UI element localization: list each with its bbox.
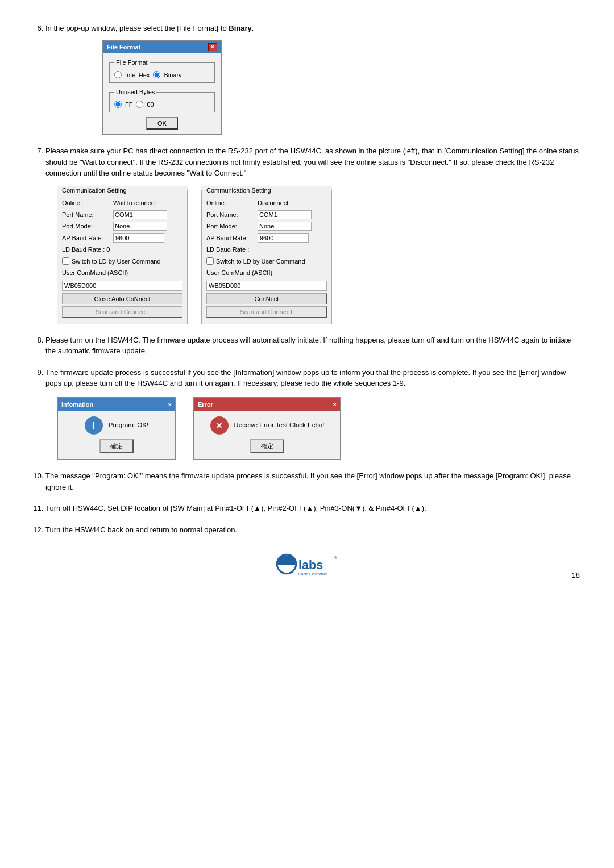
- comm-portmode-left: Port Mode:: [62, 222, 182, 231]
- step12-text: Turn the HSW44C back on and return to no…: [45, 525, 237, 534]
- page-number: 18: [572, 571, 580, 579]
- info-confirm-button[interactable]: 確定: [99, 439, 134, 453]
- error-close-button[interactable]: ×: [333, 400, 337, 410]
- step-7: Please make sure your PC has direct conn…: [45, 145, 580, 324]
- comm-apbaud-label-right: AP Baud Rate:: [206, 233, 258, 243]
- binary-radio[interactable]: [153, 71, 160, 78]
- step8-text: Please turn on the HSW44C. The firmware …: [45, 336, 571, 356]
- file-format-close-button[interactable]: ×: [208, 43, 217, 51]
- file-format-fieldset: File Format Intel Hex Binary: [109, 58, 215, 83]
- info-message: Program: OK!: [109, 420, 148, 430]
- comm-usercommand-input-right[interactable]: [206, 281, 327, 291]
- unused-bytes-fieldset: Unused Bytes FF 00: [109, 87, 215, 112]
- info-body: i Program: OK! 確定: [58, 411, 175, 459]
- binary-label: Binary: [164, 70, 181, 80]
- page-content: In the pop-up window, please select the …: [34, 23, 580, 579]
- info-close-button[interactable]: ×: [168, 400, 172, 410]
- error-body: × Receive Error Test Clock Echo! 確定: [194, 411, 340, 459]
- info-titlebar: Infomation ×: [58, 398, 175, 411]
- comm-portmode-input-left[interactable]: [113, 222, 167, 231]
- info-icon: i: [85, 416, 103, 435]
- info-title: Infomation: [61, 400, 93, 410]
- 00-label: 00: [147, 100, 154, 110]
- comm-legend-left: Communication Setting: [62, 186, 127, 195]
- comm-fieldset-left: Communication Setting Online : Wait to c…: [57, 186, 188, 324]
- step6-text: In the pop-up window, please select the …: [45, 24, 254, 32]
- comm-online-value-right: Disconnect: [258, 198, 327, 208]
- comm-online-right: Online : Disconnect: [206, 198, 327, 208]
- file-format-options: Intel Hex Binary: [114, 70, 210, 80]
- comm-portmode-input-right[interactable]: [258, 222, 312, 231]
- error-icon: ×: [210, 416, 229, 435]
- comm-online-left: Online : Wait to connect: [62, 198, 182, 208]
- comm-switch-label-left: Switch to LD by User Command: [72, 257, 161, 266]
- comm-close-autoconnect-button[interactable]: Close Auto CoNnect: [62, 293, 182, 304]
- ff-label: FF: [125, 100, 132, 110]
- info-dialog: Infomation × i Program: OK! 確定: [57, 397, 176, 461]
- info-error-container: Infomation × i Program: OK! 確定: [57, 397, 580, 461]
- error-message: Receive Error Test Clock Echo!: [234, 420, 325, 430]
- comm-dialog-left: Communication Setting Online : Wait to c…: [57, 186, 188, 324]
- ok-btn-row: OK: [109, 117, 215, 130]
- comm-dialog-right: Communication Setting Online : Disconnec…: [201, 186, 332, 324]
- ff-radio[interactable]: [114, 101, 122, 108]
- error-title: Error: [198, 400, 213, 410]
- comm-switch-left: Switch to LD by User Command: [62, 257, 182, 266]
- step11-text: Turn off HSW44C. Set DIP location of [SW…: [45, 504, 426, 512]
- comm-scan-connect-button-right[interactable]: Scan and ConnecT: [206, 306, 327, 318]
- comm-legend-right: Communication Setting: [206, 186, 271, 195]
- comm-apbaud-input-right[interactable]: [258, 233, 309, 243]
- comm-portname-right: Port Name:: [206, 210, 327, 220]
- comm-switch-label-right: Switch to LD by User Command: [216, 257, 305, 266]
- comm-portname-label-left: Port Name:: [62, 210, 113, 220]
- step9-text: The firmware update process is successfu…: [45, 368, 566, 388]
- step7-text: Please make sure your PC has direct conn…: [45, 147, 579, 177]
- file-format-legend: File Format: [114, 58, 150, 68]
- step10-text: The message "Program: OK!" means the fir…: [45, 471, 571, 491]
- comm-portname-label-right: Port Name:: [206, 210, 258, 220]
- comm-online-label-right: Online :: [206, 198, 258, 208]
- step-11: Turn off HSW44C. Set DIP location of [SW…: [45, 503, 580, 514]
- svg-text:labs: labs: [298, 558, 323, 572]
- comm-usercommand-input-left[interactable]: [62, 281, 182, 291]
- comm-portname-left: Port Name:: [62, 210, 182, 220]
- comm-portname-input-right[interactable]: [258, 210, 312, 219]
- comm-apbaud-input-left[interactable]: [113, 233, 164, 243]
- comm-usercommand-label-right: User ComMand (ASCII): [206, 268, 327, 278]
- comm-online-value-left: Wait to connect: [113, 198, 182, 208]
- svg-text:®: ®: [334, 555, 338, 560]
- intel-hex-label: Intel Hex: [125, 70, 150, 80]
- error-titlebar: Error ×: [194, 398, 340, 411]
- intel-hex-radio[interactable]: [114, 71, 122, 78]
- comm-switch-right: Switch to LD by User Command: [206, 257, 327, 266]
- comm-ldbaud-left: LD Baud Rate : 0: [62, 245, 182, 254]
- comm-portmode-label-right: Port Mode:: [206, 222, 258, 231]
- step-8: Please turn on the HSW44C. The firmware …: [45, 335, 580, 357]
- comm-switch-checkbox-right[interactable]: [206, 257, 214, 265]
- comm-ldbaud-right: LD Baud Rate :: [206, 245, 327, 254]
- file-format-title: File Format: [107, 43, 140, 52]
- elabs-logo: labs ® Cable Electronics: [273, 552, 341, 579]
- comm-online-label-left: Online :: [62, 198, 113, 208]
- comm-apbaud-label-left: AP Baud Rate:: [62, 233, 113, 243]
- step-6: In the pop-up window, please select the …: [45, 23, 580, 135]
- error-dialog: Error × × Receive Error Test Clock Echo!…: [193, 397, 341, 461]
- comm-fieldset-right: Communication Setting Online : Disconnec…: [201, 186, 332, 324]
- comm-switch-checkbox-left[interactable]: [62, 257, 69, 265]
- info-content-row: i Program: OK!: [85, 416, 148, 435]
- comm-apbaud-left: AP Baud Rate:: [62, 233, 182, 243]
- comm-connect-button[interactable]: ConNect: [206, 293, 327, 304]
- step-12: Turn the HSW44C back on and return to no…: [45, 524, 580, 536]
- error-content-row: × Receive Error Test Clock Echo!: [210, 416, 325, 435]
- step-10: The message "Program: OK!" means the fir…: [45, 470, 580, 493]
- unused-bytes-legend: Unused Bytes: [114, 87, 156, 97]
- comm-usercommand-label-left: User ComMand (ASCII): [62, 268, 182, 278]
- error-confirm-button[interactable]: 確定: [250, 439, 284, 453]
- 00-radio[interactable]: [136, 101, 143, 108]
- comm-portmode-right: Port Mode:: [206, 222, 327, 231]
- file-format-dialog: File Format × File Format Intel Hex Bina…: [102, 40, 222, 136]
- comm-scan-connect-button-left[interactable]: Scan and ConnecT: [62, 306, 182, 318]
- file-format-titlebar: File Format ×: [103, 41, 221, 54]
- comm-portname-input-left[interactable]: [113, 210, 167, 219]
- ok-button[interactable]: OK: [146, 117, 178, 130]
